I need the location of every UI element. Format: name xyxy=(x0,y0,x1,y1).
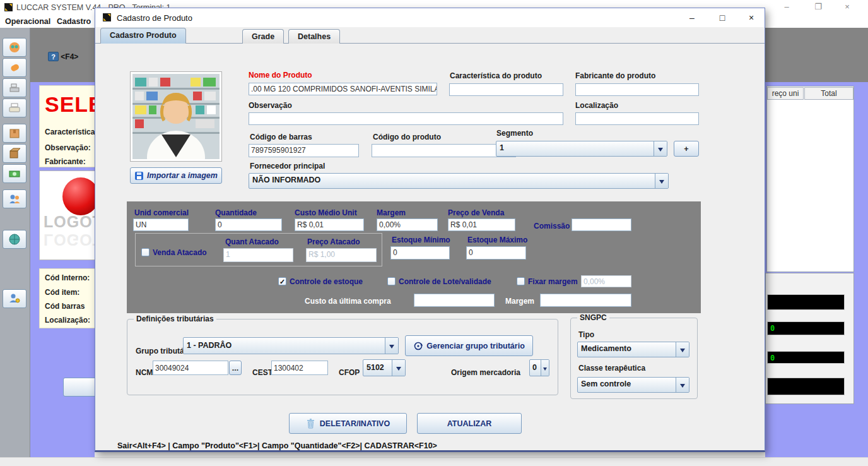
controle-lote-checkbox[interactable] xyxy=(387,277,396,285)
sidebar-button-register[interactable] xyxy=(3,78,26,97)
nome-produto-field[interactable]: .00 MG 120 COMPRIMIDOS SANOFI-AVENTIS SI… xyxy=(249,83,437,95)
estoque-maximo-label: Estoque Máximo xyxy=(467,236,527,244)
comissao-label: Comissão xyxy=(534,222,570,230)
localizacao-field[interactable] xyxy=(575,112,699,125)
led-display-3: 0 xyxy=(767,351,845,364)
cfop-combobox[interactable]: 5102 xyxy=(363,359,406,376)
main-close-button[interactable]: × xyxy=(836,1,858,13)
shortcut-statusbar: Sair<Alt+F4> | Campo "Produto"<F1>| Camp… xyxy=(117,441,437,450)
origem-combobox[interactable]: 0 xyxy=(529,359,549,376)
pricing-panel: Unid comercial UN Quantidade 0 Custo Méd… xyxy=(127,201,701,313)
preco-venda-field[interactable]: R$ 0,01 xyxy=(448,218,515,231)
tab-detalhes[interactable]: Detalhes xyxy=(288,29,340,44)
custo-ultima-compra-label: Custo da última compra xyxy=(305,297,391,306)
product-box-icon xyxy=(8,146,21,160)
estoque-minimo-field[interactable]: 0 xyxy=(390,246,450,260)
sidebar-button-money[interactable] xyxy=(3,164,26,183)
customers-icon xyxy=(8,192,21,206)
col-preco-uni[interactable]: reço uni xyxy=(767,87,804,100)
comissao-field[interactable] xyxy=(572,218,631,231)
chevron-down-icon[interactable] xyxy=(676,378,689,392)
codigo-produto-field[interactable] xyxy=(372,144,516,157)
preco-atacado-field[interactable]: R$ 1,00 xyxy=(306,248,377,262)
fixar-margem-checkbox[interactable] xyxy=(517,277,525,285)
custo-medio-field[interactable]: R$ 0,01 xyxy=(295,218,364,231)
import-image-button[interactable]: Importar a imagem xyxy=(130,167,222,184)
fabricante-field[interactable] xyxy=(575,83,699,96)
sidebar-button-customers[interactable] xyxy=(3,189,26,208)
cod-barras-label: Cód barras xyxy=(45,302,85,311)
partial-button[interactable] xyxy=(63,378,95,397)
cfop-value: 5102 xyxy=(367,363,384,372)
grupo-tributario-combobox[interactable]: 1 - PADRÂO xyxy=(183,337,399,354)
estoque-minimo-label: Estoque Mínimo xyxy=(392,236,450,244)
venda-atacado-checkbox[interactable] xyxy=(141,248,150,256)
sidebar-button-printer[interactable] xyxy=(3,99,26,117)
deletar-inativo-button[interactable]: DELETAR/INATIVO xyxy=(289,413,407,434)
ncm-browse-button[interactable]: ... xyxy=(229,361,242,375)
col-total[interactable]: Total xyxy=(804,87,853,100)
led-display-4 xyxy=(767,378,845,395)
venda-atacado-label: Venda Atacado xyxy=(153,248,207,257)
main-minimize-button[interactable]: – xyxy=(776,1,797,13)
fixar-margem-label: Fixar margem xyxy=(528,277,578,286)
chevron-down-icon[interactable] xyxy=(385,338,398,354)
hand-pointer-icon xyxy=(8,61,21,75)
fornecedor-combobox[interactable]: NÃO INFORMADO xyxy=(249,173,669,189)
margem-ultima-field[interactable] xyxy=(540,294,631,307)
margem-field[interactable]: 0,00% xyxy=(377,218,438,231)
menu-operacional[interactable]: Operacional xyxy=(5,17,50,26)
classe-terapeutica-combobox[interactable]: Sem controle xyxy=(577,377,689,393)
localizacao-label: Localização xyxy=(575,101,618,110)
chevron-down-icon[interactable] xyxy=(676,342,689,357)
cfop-label: CFOP xyxy=(339,368,360,377)
main-restore-button[interactable]: ❐ xyxy=(807,1,829,13)
ncm-field[interactable]: 30049024 xyxy=(153,361,228,375)
add-segmento-button[interactable]: + xyxy=(674,141,699,157)
quant-atacado-label: Quant Atacado xyxy=(225,237,279,246)
sngpc-group-title: SNGPC xyxy=(577,313,609,322)
tipo-combobox[interactable]: Medicamento xyxy=(577,342,689,357)
gerenciar-grupo-button[interactable]: Gerenciar grupo tributário xyxy=(405,335,533,356)
codigo-produto-label: Código do produto xyxy=(373,133,441,141)
cest-label: CEST xyxy=(252,368,273,377)
codigo-barras-field[interactable]: 7897595901927 xyxy=(249,144,359,157)
gerenciar-grupo-label: Gerenciar grupo tributário xyxy=(426,342,525,350)
observacao-field[interactable] xyxy=(249,112,563,125)
controle-estoque-checkbox[interactable]: ✓ xyxy=(278,277,286,285)
dialog-maximize-button[interactable]: □ xyxy=(711,10,734,25)
sngpc-group: SNGPC Tipo Medicamento Classe terapêutic… xyxy=(570,318,698,399)
sidebar-button-hand[interactable] xyxy=(3,58,26,77)
sidebar-button-package[interactable] xyxy=(3,124,26,143)
dialog-minimize-button[interactable]: – xyxy=(681,10,703,25)
cest-field[interactable]: 1300402 xyxy=(271,361,328,375)
tab-grade[interactable]: Grade xyxy=(242,29,284,44)
unid-comercial-field[interactable]: UN xyxy=(133,218,189,231)
tab-cadastro-produto[interactable]: Cadastro Produto xyxy=(100,28,186,44)
sidebar-button-contacts[interactable] xyxy=(3,38,26,57)
chevron-down-icon[interactable] xyxy=(654,141,667,156)
dialog-close-button[interactable]: × xyxy=(740,10,763,25)
chevron-down-icon[interactable] xyxy=(541,360,549,376)
quantidade-field[interactable]: 0 xyxy=(215,218,282,231)
money-icon xyxy=(8,167,21,181)
quant-atacado-field[interactable]: 1 xyxy=(223,248,293,262)
trash-icon xyxy=(306,418,315,429)
estoque-maximo-field[interactable]: 0 xyxy=(466,246,526,260)
caracteristica-field[interactable] xyxy=(449,83,563,96)
segmento-value: 1 xyxy=(500,143,504,152)
atualizar-button[interactable]: ATUALIZAR xyxy=(417,413,522,434)
cod-item-label: Cód item: xyxy=(45,288,79,297)
sidebar-button-product[interactable] xyxy=(3,144,26,163)
chevron-down-icon[interactable] xyxy=(392,360,405,376)
margem-ultima-label: Margem xyxy=(505,297,534,306)
segmento-combobox[interactable]: 1 xyxy=(496,141,667,157)
sidebar-button-user-key[interactable] xyxy=(3,289,26,308)
cadastro-produto-dialog: Cadastro de Produto – □ × Cadastro Produ… xyxy=(95,8,765,452)
sidebar-button-globe[interactable] xyxy=(3,230,26,249)
menu-cadastro[interactable]: Cadastro xyxy=(57,17,91,26)
preco-atacado-label: Preço Atacado xyxy=(307,237,360,246)
fixar-margem-field[interactable]: 0,00% xyxy=(581,275,631,287)
chevron-down-icon[interactable] xyxy=(655,174,668,188)
custo-ultima-compra-field[interactable] xyxy=(414,294,495,307)
